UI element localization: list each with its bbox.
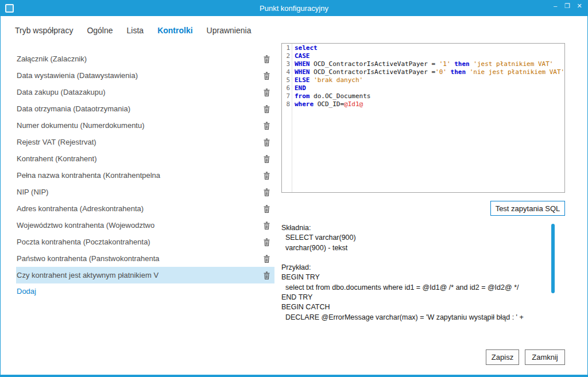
line-number: 6 [282,84,290,92]
field-label: Załącznik (Zalacznik) [17,55,263,63]
line-number: 1 [282,44,290,52]
tab-kontrolki[interactable]: Kontrolki [157,26,192,35]
delete-field-icon[interactable] [263,72,270,80]
sql-line: select [295,44,564,52]
line-number: 5 [282,76,290,84]
delete-field-icon[interactable] [263,188,270,196]
sql-gutter: 12345678 [282,44,292,192]
line-number: 8 [282,100,290,108]
line-number: 7 [282,92,290,100]
help-line: Składnia: [281,223,548,233]
field-row[interactable]: Adres kontrahenta (Adreskontrahenta) [16,200,274,217]
help-line: SELECT varchar(900) [281,233,548,243]
sql-line: CASE [295,52,564,60]
field-row[interactable]: Data otrzymania (Dataotrzymania) [16,100,274,117]
sql-line: WHEN OCD_ContractorIsActiveVatPayer = '1… [295,60,564,68]
field-row[interactable]: Pełna nazwa kontrahenta (Kontrahentpelna [16,167,274,184]
save-button[interactable]: Zapisz [486,349,519,365]
field-label: Pełna nazwa kontrahenta (Kontrahentpelna [17,171,263,180]
sql-line: END [295,84,564,92]
help-line [281,253,548,263]
delete-field-icon[interactable] [263,122,270,130]
sql-editor[interactable]: 12345678 selectCASEWHEN OCD_ContractorIs… [281,43,565,193]
help-line: varchar(900) - tekst [281,243,548,253]
field-row[interactable]: Województwo kontrahenta (Wojewodztwo [16,217,274,234]
field-label: Państwo kontrahenta (Panstwokontrahenta [17,254,263,263]
field-label: Czy kontrahent jest aktywnym płatnikiem … [17,271,263,279]
field-label: Data zakupu (Datazakupu) [17,88,263,96]
tab-tryb-wspolpracy[interactable]: Tryb współpracy [15,26,73,35]
delete-field-icon[interactable] [263,255,270,263]
field-label: Data otrzymania (Dataotrzymania) [17,104,263,113]
window-controls: – ❐ ✕ [550,0,585,11]
tab-bar: Tryb współpracyOgólneListaKontrolkiUpraw… [15,26,251,35]
help-line: BEGIN TRY [281,273,548,282]
maximize-icon[interactable]: ❐ [562,0,573,11]
field-label: Numer dokumentu (Numerdokumentu) [17,121,263,130]
field-row[interactable]: Kontrahent (Kontrahent) [16,150,274,167]
field-label: Województwo kontrahenta (Wojewodztwo [17,221,263,230]
help-line: Przykład: [281,263,548,273]
delete-field-icon[interactable] [263,205,270,213]
tab-uprawnienia[interactable]: Uprawnienia [207,26,252,35]
field-row[interactable]: Data wystawienia (Datawystawienia) [16,67,274,84]
delete-field-icon[interactable] [263,105,270,113]
line-number: 4 [282,68,290,76]
field-list: Załącznik (Zalacznik)Data wystawienia (D… [16,50,274,283]
sql-line: ELSE 'brak danych' [295,76,564,84]
field-label: NIP (NIP) [17,188,263,196]
field-row[interactable]: Załącznik (Zalacznik) [16,50,274,67]
title-bar[interactable]: Punkt konfiguracyjny – ❐ ✕ [0,0,588,16]
help-line: BEGIN CATCH [281,302,548,312]
help-line: END TRY [281,293,548,302]
field-row[interactable]: Czy kontrahent jest aktywnym płatnikiem … [16,267,274,283]
delete-field-icon[interactable] [263,271,270,279]
field-row[interactable]: Data zakupu (Datazakupu) [16,84,274,100]
help-scrollbar-thumb[interactable] [551,224,555,293]
help-line: select txt from dbo.documents where id1 … [281,283,548,293]
field-label: Poczta kontrahenta (Pocztakontrahenta) [17,238,263,246]
sql-line: where OCD_ID=@Id1@ [295,100,564,108]
tab-lista[interactable]: Lista [127,26,144,35]
sql-code[interactable]: selectCASEWHEN OCD_ContractorIsActiveVat… [292,44,564,192]
delete-field-icon[interactable] [263,221,270,230]
field-label: Kontrahent (Kontrahent) [17,154,263,163]
line-number: 2 [282,52,290,60]
close-icon[interactable]: ✕ [574,0,585,11]
test-sql-button[interactable]: Test zapytania SQL [490,201,565,216]
field-row[interactable]: Numer dokumentu (Numerdokumentu) [16,117,274,134]
line-number: 3 [282,60,290,68]
delete-field-icon[interactable] [263,238,270,246]
delete-field-icon[interactable] [263,172,270,180]
field-label: Adres kontrahenta (Adreskontrahenta) [17,204,263,213]
delete-field-icon[interactable] [263,88,270,96]
delete-field-icon[interactable] [263,155,270,163]
field-row[interactable]: Państwo kontrahenta (Panstwokontrahenta [16,250,274,267]
field-row[interactable]: NIP (NIP) [16,184,274,200]
add-field-link[interactable]: Dodaj [17,287,36,296]
sql-line: WHEN OCD_ContractorIsActiveVatPayer ='0'… [295,68,564,76]
field-row[interactable]: Poczta kontrahenta (Pocztakontrahenta) [16,234,274,250]
window-title: Punkt konfiguracyjny [0,4,588,13]
field-label: Rejestr VAT (Rejestrvat) [17,138,263,146]
close-button[interactable]: Zamknij [525,349,565,365]
delete-field-icon[interactable] [263,138,270,146]
help-line: DECLARE @ErrorMessage varchar(max) = 'W … [281,313,548,322]
minimize-icon[interactable]: – [550,0,561,11]
delete-field-icon[interactable] [263,55,270,63]
app-icon [5,4,14,13]
sql-line: from do.OC_Documents [295,92,564,100]
field-label: Data wystawienia (Datawystawienia) [17,71,263,80]
field-row[interactable]: Rejestr VAT (Rejestrvat) [16,134,274,150]
tab-ogolne[interactable]: Ogólne [87,26,113,35]
help-text: Składnia: SELECT varchar(900) varchar(90… [281,223,548,325]
